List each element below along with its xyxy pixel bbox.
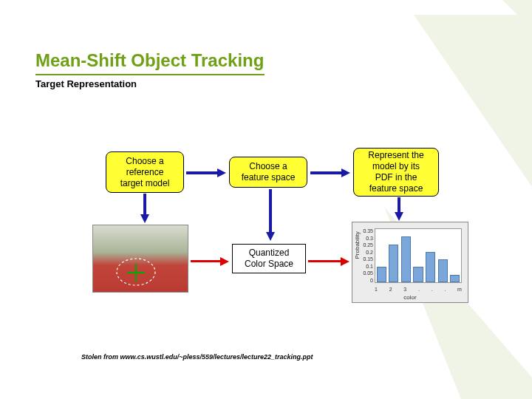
arrow-ref-to-feature [186,168,226,177]
xtick: 2 [389,287,392,292]
xtick: 1 [375,287,378,292]
reference-target-image [92,225,188,293]
ytick: 0.35 [363,228,373,233]
slide: Mean-Shift Object Tracking Target Repres… [0,0,532,399]
arrow-feature-to-quantized [266,189,275,241]
target-ellipse [115,256,157,287]
svg-marker-1 [414,15,532,251]
box-reference-label: Choose a reference target model [120,156,170,189]
hist-bar [401,236,411,282]
arrow-ref-to-image [140,194,149,223]
xtick: m [457,287,462,292]
arrow-image-to-quantized [191,257,229,266]
ytick: 0.05 [363,270,373,276]
hist-bar [377,267,386,282]
background-triangles-deco [384,0,532,399]
ytick: 0.1 [366,264,373,269]
box-feature-space: Choose a feature space [229,157,307,188]
title-underline [35,74,265,75]
attribution-text: Stolen from www.cs.wustl.edu/~pless/559/… [81,353,313,361]
hist-xticks: 1 2 3 ... m [375,287,462,292]
histogram-pdf: Probability 0.35 0.3 0.25 0.2 0.15 0.1 0… [352,222,468,303]
svg-point-3 [117,259,155,285]
slide-title: Mean-Shift Object Tracking [35,50,264,71]
ytick: 0.15 [363,256,373,262]
box-feature-label: Choose a feature space [242,161,296,183]
hist-yticks: 0.35 0.3 0.25 0.2 0.15 0.1 0.05 0 [360,228,373,283]
arrow-represent-to-hist [395,197,403,221]
xtick: 3 [403,287,406,292]
hist-bar [450,275,460,282]
ytick: 0.25 [363,242,373,248]
ytick: 0 [370,278,373,283]
box-represent-label: Represent the model by its PDF in the fe… [368,150,423,194]
hist-bar [413,267,423,282]
hist-xlabel: color [403,294,416,301]
hist-bar [426,252,435,282]
slide-subtitle: Target Representation [35,78,137,89]
hist-plot-area [375,228,462,283]
hist-bar [438,259,448,282]
box-quantized-label: Quantized Color Space [245,248,293,270]
ytick: 0.3 [366,236,373,241]
arrow-feature-to-represent [310,168,350,177]
arrow-quantized-to-hist [308,257,349,266]
box-reference-target: Choose a reference target model [106,151,184,193]
hist-bar [389,245,398,282]
box-quantized-color-space: Quantized Color Space [232,244,306,273]
box-represent-pdf: Represent the model by its PDF in the fe… [353,148,439,197]
ytick: 0.2 [366,250,373,255]
